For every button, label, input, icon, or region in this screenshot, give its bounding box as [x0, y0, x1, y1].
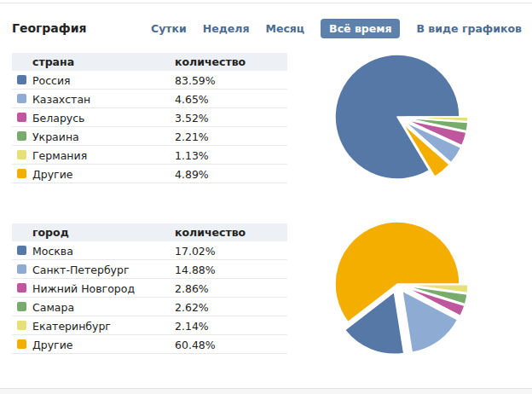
table-row: Россия83.59% — [12, 71, 287, 90]
legend-swatch-icon — [17, 94, 26, 103]
table-header-row: городколичество — [12, 223, 287, 241]
row-label: Другие — [32, 339, 72, 351]
row-value: 2.62% — [175, 301, 209, 314]
geography-stats-panel: География СуткиНеделяМесяцВсё времяВ вид… — [0, 0, 532, 394]
pie-slice-0[interactable]: Другие — 60.48% — [335, 222, 460, 322]
row-value: 4.89% — [175, 168, 209, 181]
row-value: 60.48% — [175, 339, 216, 351]
legend-swatch-icon — [17, 283, 26, 293]
row-label: Беларусь — [32, 112, 85, 125]
column-header-name: страна — [32, 55, 74, 68]
column-header-amount: количество — [175, 226, 246, 239]
tab-all-time[interactable]: Всё время — [321, 19, 400, 38]
legend-swatch-icon — [17, 302, 26, 311]
table-row: Беларусь3.52% — [12, 108, 287, 127]
row-label: Украина — [32, 130, 79, 143]
row-value: 3.52% — [175, 112, 209, 125]
row-value: 83.59% — [175, 74, 216, 87]
tab-graph-view[interactable]: В виде графиков — [416, 22, 522, 35]
row-label: Екатеринбург — [32, 320, 111, 333]
legend-swatch-icon — [17, 75, 26, 84]
top-divider — [0, 3, 532, 3]
row-value: 2.86% — [175, 282, 209, 295]
row-label: Россия — [32, 74, 71, 87]
table-row: Нижний Новгород2.86% — [12, 279, 287, 298]
table-row: Другие4.89% — [12, 165, 287, 183]
row-label: Самара — [32, 301, 74, 314]
legend-swatch-icon — [17, 339, 26, 349]
countries-pie-chart: Россия — 83.59%Другие — 4.89%Казахстан —… — [319, 47, 481, 190]
row-value: 4.65% — [175, 93, 209, 106]
row-label: Санкт-Петербург — [32, 264, 130, 276]
row-label: Другие — [32, 168, 72, 181]
row-label: Москва — [32, 245, 73, 258]
row-value: 2.21% — [175, 130, 209, 143]
table-row: Москва17.02% — [12, 241, 287, 260]
legend-swatch-icon — [17, 150, 26, 159]
row-value: 14.88% — [175, 264, 216, 276]
legend-swatch-icon — [17, 321, 26, 330]
legend-swatch-icon — [17, 246, 26, 255]
column-header-amount: количество — [175, 55, 246, 68]
cities-table: городколичествоМосква17.02%Санкт-Петербу… — [12, 223, 287, 354]
legend-swatch-icon — [17, 264, 26, 274]
row-label: Нижний Новгород — [32, 282, 135, 295]
legend-swatch-icon — [17, 169, 26, 178]
row-label: Германия — [32, 149, 87, 162]
table-row: Казахстан4.65% — [12, 90, 287, 108]
bottom-divider — [0, 388, 532, 394]
table-row: Германия1.13% — [12, 146, 287, 165]
legend-swatch-icon — [17, 131, 26, 141]
table-row: Самара2.62% — [12, 298, 287, 316]
row-value: 17.02% — [175, 245, 216, 258]
table-row: Санкт-Петербург14.88% — [12, 260, 287, 279]
table-row: Екатеринбург2.14% — [12, 316, 287, 335]
row-value: 1.13% — [175, 149, 209, 162]
row-label: Казахстан — [32, 93, 90, 106]
tab-day[interactable]: Сутки — [151, 22, 187, 35]
table-row: Украина2.21% — [12, 127, 287, 146]
tab-week[interactable]: Неделя — [203, 22, 250, 35]
column-header-name: город — [32, 226, 69, 239]
table-header-row: странаколичество — [12, 53, 287, 71]
row-value: 2.14% — [175, 320, 209, 333]
tab-month[interactable]: Месяц — [265, 22, 304, 35]
table-row: Другие60.48% — [12, 335, 287, 354]
cities-pie-chart: Другие — 60.48%Москва — 17.02%Санкт-Пете… — [319, 214, 481, 361]
period-tabs: СуткиНеделяМесяцВсё времяВ виде графиков — [151, 18, 522, 38]
legend-swatch-icon — [17, 113, 26, 122]
page-title: География — [12, 21, 87, 35]
countries-table: странаколичествоРоссия83.59%Казахстан4.6… — [12, 53, 287, 183]
